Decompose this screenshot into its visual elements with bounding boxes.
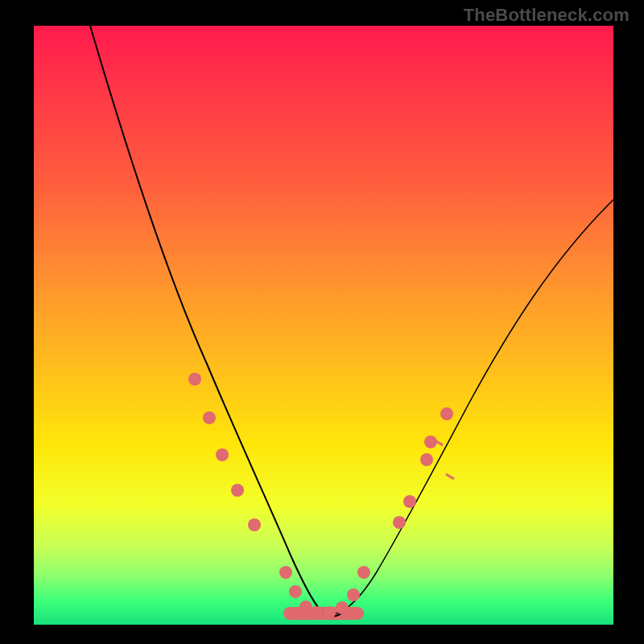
marker-dot bbox=[289, 585, 302, 598]
marker-dot bbox=[203, 411, 216, 424]
marker-dot bbox=[357, 566, 370, 579]
marker-dot bbox=[403, 495, 416, 508]
marker-dot bbox=[231, 484, 244, 497]
marker-dot bbox=[347, 588, 360, 601]
chart-frame: TheBottleneck.com bbox=[0, 0, 644, 644]
bottleneck-curve-left bbox=[90, 26, 346, 617]
watermark-text: TheBottleneck.com bbox=[464, 5, 630, 26]
marker-dot bbox=[216, 448, 229, 461]
marker-dot bbox=[440, 407, 453, 420]
marker-dot bbox=[323, 606, 336, 619]
marker-dot bbox=[336, 601, 349, 614]
marker-dot bbox=[279, 566, 292, 579]
marker-dot bbox=[393, 516, 406, 529]
chart-svg-overlay bbox=[34, 26, 613, 625]
marker-dot bbox=[420, 453, 433, 466]
marker-group-left bbox=[188, 373, 292, 579]
right-tick-line bbox=[446, 474, 454, 479]
bottleneck-curve-right bbox=[324, 200, 613, 615]
marker-dot bbox=[188, 373, 201, 386]
marker-dot bbox=[310, 606, 323, 619]
marker-dot bbox=[248, 518, 261, 531]
marker-group-right bbox=[357, 407, 453, 579]
